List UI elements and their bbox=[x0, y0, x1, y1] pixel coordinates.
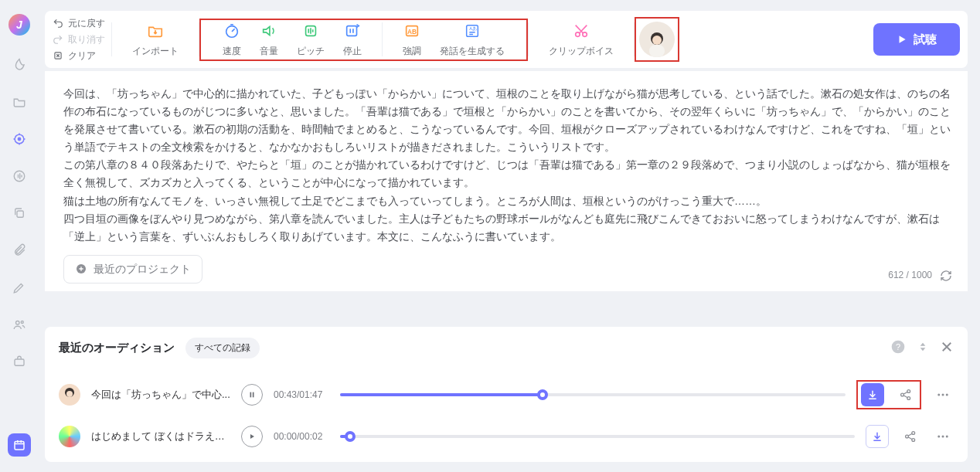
highlight-tts-controls: 速度 音量 ピッチ 停止 bbox=[199, 19, 528, 61]
copy-icon[interactable] bbox=[12, 205, 27, 221]
sidebar: J bbox=[0, 0, 39, 472]
text-editor[interactable]: 今回は、「坊っちゃん」で中心的に描かれていた、子どもっぽい「からかい」について、… bbox=[45, 71, 968, 291]
all-records-button[interactable]: すべての記録 bbox=[185, 338, 260, 358]
recent-projects-label: 最近のプロジェクト bbox=[94, 260, 191, 278]
text-paragraph: この第八章の８４０段落あたりで、やたらと「垣」のことが描かれているわけですけど、… bbox=[63, 156, 954, 192]
logo-icon: J bbox=[9, 14, 30, 36]
track-row: はじめまして ぼくはドラえも... 00:00/00:02 bbox=[59, 417, 954, 456]
volume-label: 音量 bbox=[260, 45, 278, 58]
redo-button[interactable]: 取り消す bbox=[53, 33, 105, 46]
clipvoice-button[interactable]: クリップボイス bbox=[539, 22, 623, 58]
highlight-download-share bbox=[856, 380, 921, 409]
scissors-icon bbox=[572, 22, 590, 40]
emphasis-icon: AB bbox=[403, 22, 421, 40]
leaf-icon[interactable] bbox=[12, 57, 27, 73]
pitch-icon bbox=[301, 22, 320, 40]
svg-point-2 bbox=[14, 171, 25, 182]
svg-point-5 bbox=[21, 321, 23, 324]
volume-button[interactable]: 音量 bbox=[250, 22, 288, 58]
voice-avatar[interactable] bbox=[639, 22, 675, 57]
text-paragraph: 今回は、「坊っちゃん」で中心的に描かれていた、子どもっぽい「からかい」について、… bbox=[63, 85, 954, 156]
volume-icon bbox=[260, 22, 278, 40]
svg-point-38 bbox=[942, 435, 944, 437]
pause-icon bbox=[343, 22, 362, 40]
audition-title: 最近のオーディション bbox=[59, 341, 175, 355]
svg-point-32 bbox=[942, 393, 944, 396]
text-paragraph: 猫は土地の所有なんてモノを、いっさい無視して土足でどこまでも入っていってしまう。… bbox=[63, 192, 954, 210]
track-avatar bbox=[59, 384, 80, 406]
share-button[interactable] bbox=[895, 384, 917, 406]
svg-rect-11 bbox=[347, 25, 357, 36]
text-paragraph: 四つ目垣の画像をぼんやり見つめながら、第八章を読んでいました。主人は子どもたちの… bbox=[63, 210, 954, 246]
char-counter: 612 / 1000 bbox=[888, 268, 952, 284]
folder-icon[interactable] bbox=[12, 94, 27, 110]
import-icon bbox=[146, 22, 165, 40]
speed-icon bbox=[223, 22, 241, 40]
track-title: 今回は「坊っちゃん」で中心... bbox=[91, 388, 230, 402]
pitch-button[interactable]: ピッチ bbox=[288, 22, 334, 58]
clear-label: クリア bbox=[68, 49, 96, 63]
track-progress[interactable] bbox=[340, 435, 855, 438]
download-button[interactable] bbox=[861, 383, 884, 406]
preview-button[interactable]: 試聴 bbox=[873, 23, 960, 56]
svg-rect-19 bbox=[649, 45, 665, 57]
help-icon[interactable]: ? bbox=[890, 339, 906, 357]
wave-icon[interactable] bbox=[12, 168, 27, 184]
main-panel: 元に戻す 取り消す クリア インポート bbox=[39, 0, 980, 472]
generate-icon: Aあ bbox=[463, 22, 481, 40]
svg-text:?: ? bbox=[896, 342, 900, 351]
refresh-icon[interactable] bbox=[940, 270, 952, 282]
svg-point-16 bbox=[576, 32, 580, 36]
more-icon[interactable] bbox=[932, 426, 954, 447]
speed-button[interactable]: 速度 bbox=[213, 22, 250, 58]
ai-active-icon[interactable] bbox=[12, 131, 27, 147]
calendar-icon[interactable] bbox=[8, 433, 31, 457]
download-button[interactable] bbox=[866, 425, 889, 448]
share-button[interactable] bbox=[900, 426, 921, 447]
track-time: 00:43/01:47 bbox=[274, 389, 329, 400]
bag-icon[interactable] bbox=[12, 354, 27, 369]
svg-rect-27 bbox=[253, 392, 254, 398]
svg-point-1 bbox=[18, 138, 20, 140]
more-icon[interactable] bbox=[932, 384, 954, 406]
track-progress[interactable] bbox=[340, 393, 846, 396]
emphasis-label: 強調 bbox=[403, 45, 421, 58]
svg-point-37 bbox=[937, 435, 940, 437]
pause-button[interactable]: 停止 bbox=[334, 22, 371, 58]
play-track-button[interactable] bbox=[241, 426, 263, 447]
users-icon[interactable] bbox=[12, 317, 27, 332]
pause-label: 停止 bbox=[343, 45, 362, 58]
svg-text:AB: AB bbox=[407, 28, 417, 35]
track-avatar bbox=[59, 426, 80, 447]
redo-label: 取り消す bbox=[68, 33, 105, 46]
generate-button[interactable]: Aあ 発話を生成する bbox=[430, 22, 514, 58]
toolbar: 元に戻す 取り消す クリア インポート bbox=[45, 11, 968, 68]
svg-point-20 bbox=[652, 36, 662, 45]
pen-icon[interactable] bbox=[12, 280, 27, 295]
svg-text:Aあ: Aあ bbox=[469, 26, 477, 32]
svg-point-25 bbox=[66, 391, 73, 397]
svg-rect-6 bbox=[15, 359, 24, 365]
clear-button[interactable]: クリア bbox=[53, 49, 105, 63]
import-button[interactable]: インポート bbox=[123, 22, 188, 58]
generate-label: 発話を生成する bbox=[440, 45, 505, 58]
history-column: 元に戻す 取り消す クリア bbox=[53, 17, 111, 63]
emphasis-button[interactable]: AB 強調 bbox=[393, 22, 430, 58]
pitch-label: ピッチ bbox=[297, 45, 325, 58]
svg-point-17 bbox=[583, 32, 587, 36]
highlight-avatar bbox=[635, 17, 679, 62]
track-row: 今回は「坊っちゃん」で中心... 00:43/01:47 bbox=[59, 372, 954, 417]
pause-track-button[interactable] bbox=[241, 384, 263, 406]
clipvoice-label: クリップボイス bbox=[549, 45, 614, 58]
undo-label: 元に戻す bbox=[68, 17, 105, 30]
sort-icon[interactable] bbox=[917, 341, 929, 355]
undo-button[interactable]: 元に戻す bbox=[53, 17, 105, 30]
attach-icon[interactable] bbox=[12, 243, 27, 258]
svg-rect-3 bbox=[17, 211, 23, 217]
import-label: インポート bbox=[132, 45, 179, 58]
close-icon[interactable] bbox=[940, 340, 954, 356]
svg-point-31 bbox=[937, 393, 940, 396]
track-time: 00:00/00:02 bbox=[274, 431, 329, 442]
speed-label: 速度 bbox=[223, 45, 241, 58]
recent-projects-button[interactable]: 最近のプロジェクト bbox=[63, 255, 202, 284]
